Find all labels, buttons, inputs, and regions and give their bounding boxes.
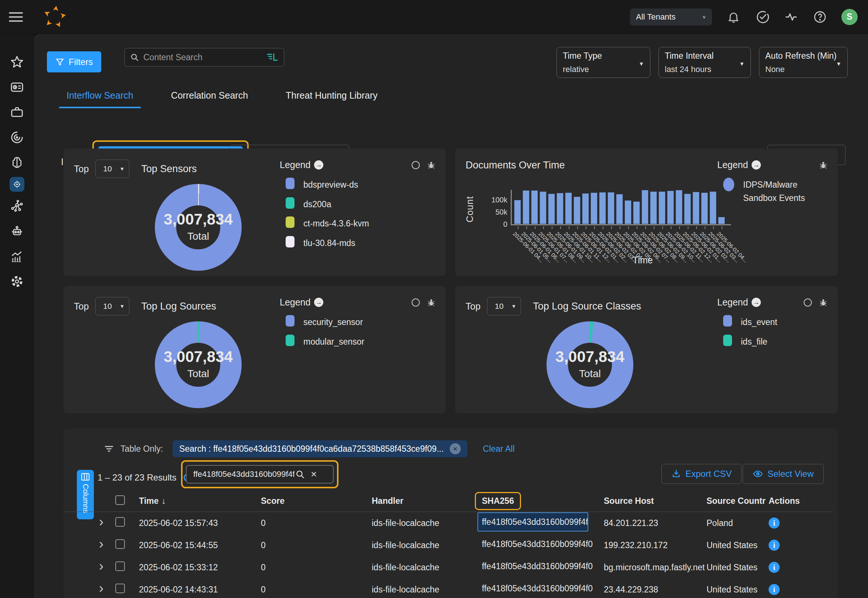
- auto-refresh-dropdown[interactable]: Auto Refresh (Min) None ▼: [759, 47, 848, 78]
- legend-item[interactable]: tlu-30.84-mds: [286, 236, 436, 250]
- top-log-source-classes-donut[interactable]: 3,007,834 Total: [546, 321, 633, 408]
- table-row[interactable]: › 2025-06-02 15:57:43 0 ids-file-localca…: [64, 512, 832, 534]
- chip-close-icon[interactable]: ×: [450, 443, 461, 454]
- legend-item[interactable]: modular_sensor: [286, 335, 436, 349]
- debug-bug-icon[interactable]: [427, 298, 436, 307]
- column-header-time[interactable]: Time↓: [139, 496, 261, 506]
- row-checkbox[interactable]: [115, 584, 125, 593]
- column-header-source-host[interactable]: Source Host: [604, 496, 706, 506]
- select-view-button[interactable]: Select View: [743, 464, 824, 484]
- help-icon[interactable]: [813, 10, 828, 24]
- legend-expand-icon[interactable]: →: [751, 298, 761, 307]
- bar[interactable]: [531, 190, 538, 224]
- bar[interactable]: [658, 191, 666, 224]
- legend-item[interactable]: IDPS/Malware Sandbox Events: [723, 178, 828, 205]
- bar[interactable]: [557, 193, 564, 224]
- bar[interactable]: [608, 192, 615, 224]
- bar[interactable]: [624, 200, 632, 224]
- column-header-source-country[interactable]: Source Countr: [706, 496, 769, 506]
- activity-pulse-icon[interactable]: [784, 10, 799, 24]
- avatar[interactable]: S: [841, 9, 858, 25]
- legend-item[interactable]: bdspreview-ds: [286, 178, 436, 192]
- top-log-sources-donut[interactable]: 3,007,834 Total: [155, 321, 242, 408]
- bar[interactable]: [548, 194, 555, 224]
- column-header-sha256[interactable]: SHA256: [475, 492, 521, 510]
- cell-sha256[interactable]: ffe418f05e43dd3160b099f4f0ca6daa: [482, 561, 593, 571]
- clear-all-link[interactable]: Clear All: [483, 444, 515, 454]
- top-n-select[interactable]: 10 ▼: [487, 297, 521, 315]
- radio-ring-icon[interactable]: [804, 299, 812, 306]
- bar[interactable]: [684, 194, 691, 224]
- bar[interactable]: [701, 193, 708, 224]
- debug-bug-icon[interactable]: [427, 160, 436, 170]
- select-all-checkbox[interactable]: [115, 495, 125, 505]
- tenant-selector[interactable]: All Tenants ∨: [630, 9, 712, 25]
- row-info-icon[interactable]: i: [769, 517, 780, 529]
- sidebar-item-ai-brain[interactable]: [10, 155, 24, 170]
- filters-button[interactable]: Filters: [47, 51, 101, 72]
- tab-threat-hunting-library[interactable]: Threat Hunting Library: [278, 90, 385, 108]
- bar[interactable]: [582, 193, 589, 224]
- sidebar-item-favorites[interactable]: [10, 55, 24, 69]
- cell-sha256[interactable]: ffe418f05e43dd3160b099f4f0ca6daa: [482, 539, 593, 549]
- legend-item[interactable]: ids_event: [723, 315, 828, 329]
- bar[interactable]: [514, 200, 521, 224]
- sort-desc-icon[interactable]: ↓: [162, 496, 166, 506]
- bar[interactable]: [599, 192, 606, 224]
- tab-correlation-search[interactable]: Correlation Search: [164, 90, 255, 108]
- time-type-dropdown[interactable]: Time Type relative ▼: [557, 47, 650, 78]
- row-info-icon[interactable]: i: [769, 562, 780, 573]
- bar[interactable]: [591, 193, 597, 224]
- tasks-check-icon[interactable]: [755, 10, 770, 24]
- legend-item[interactable]: ds200a: [286, 197, 436, 211]
- content-search-input[interactable]: [143, 52, 266, 63]
- legend-item[interactable]: ids_file: [723, 335, 828, 349]
- row-info-icon[interactable]: i: [769, 584, 780, 595]
- legend-expand-icon[interactable]: →: [751, 160, 761, 169]
- table-row[interactable]: › 2025-06-02 15:33:12 0 ids-file-localca…: [64, 556, 832, 579]
- legend-item[interactable]: ct-mds-4.3.6-kvm: [286, 217, 436, 230]
- expand-row-chevron-icon[interactable]: ›: [99, 515, 115, 531]
- radio-ring-icon[interactable]: [412, 299, 420, 306]
- bar[interactable]: [693, 192, 699, 224]
- table-row[interactable]: › 2025-06-02 14:43:31 0 ids-file-localca…: [64, 579, 832, 598]
- sidebar-item-cases[interactable]: [10, 105, 24, 120]
- bar[interactable]: [709, 191, 717, 224]
- legend-item[interactable]: security_sensor: [286, 315, 436, 329]
- sidebar-item-settings[interactable]: [10, 274, 24, 289]
- bar[interactable]: [667, 191, 674, 224]
- bar[interactable]: [650, 191, 657, 224]
- table-search-input[interactable]: [193, 469, 295, 480]
- lucene-language-icon[interactable]: [266, 52, 278, 63]
- time-interval-dropdown[interactable]: Time Interval last 24 hours ▼: [658, 47, 751, 78]
- debug-bug-icon[interactable]: [819, 298, 828, 307]
- search-icon[interactable]: [295, 469, 305, 479]
- cell-sha256[interactable]: ffe418f05e43dd3160b099f4f0ca6daa: [477, 512, 588, 532]
- row-info-icon[interactable]: i: [769, 540, 780, 551]
- row-checkbox[interactable]: [115, 517, 125, 527]
- bar[interactable]: [675, 190, 682, 224]
- sidebar-item-correlation-graph[interactable]: [10, 199, 24, 214]
- tab-interflow-search[interactable]: Interflow Search: [59, 90, 141, 108]
- sidebar-item-threat-hunting[interactable]: [10, 177, 24, 192]
- row-checkbox[interactable]: [115, 561, 125, 571]
- top-n-select[interactable]: 10 ▼: [95, 160, 129, 178]
- debug-bug-icon[interactable]: [819, 160, 828, 170]
- expand-row-chevron-icon[interactable]: ›: [99, 582, 115, 597]
- export-csv-button[interactable]: Export CSV: [661, 464, 742, 484]
- sidebar-item-reports[interactable]: [10, 249, 24, 264]
- sidebar-item-automation[interactable]: [10, 224, 24, 239]
- clear-search-icon[interactable]: ×: [311, 468, 317, 480]
- legend-expand-icon[interactable]: →: [314, 160, 323, 169]
- expand-row-chevron-icon[interactable]: ›: [99, 537, 115, 553]
- sidebar-item-detections[interactable]: [10, 130, 24, 145]
- expand-row-chevron-icon[interactable]: ›: [99, 559, 115, 575]
- bar[interactable]: [565, 193, 572, 224]
- hamburger-menu-icon[interactable]: [9, 10, 24, 24]
- cell-sha256[interactable]: ffe418f05e43dd3160b099f4f0ca6daa: [482, 584, 593, 594]
- bar[interactable]: [633, 201, 640, 224]
- bar[interactable]: [573, 196, 581, 224]
- top-sensors-donut[interactable]: 3,007,834 Total: [155, 184, 242, 271]
- legend-expand-icon[interactable]: →: [314, 298, 323, 307]
- sidebar-item-dashboards[interactable]: [10, 80, 24, 94]
